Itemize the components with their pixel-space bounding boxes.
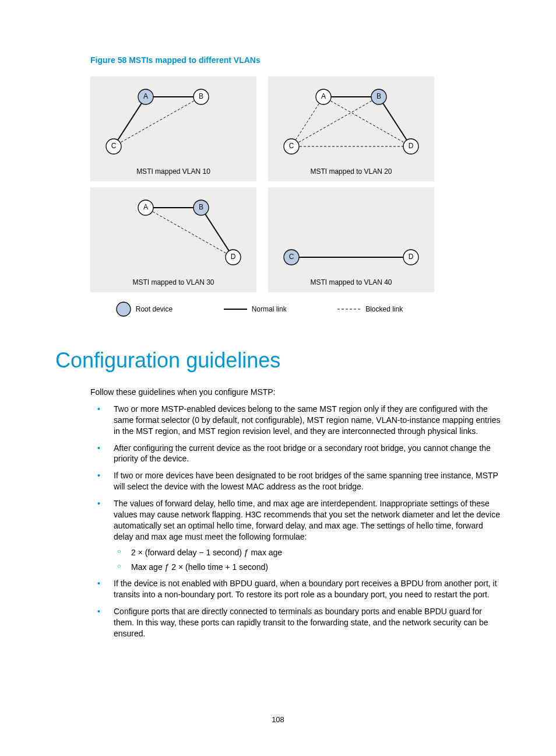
intro-text: Follow these guidelines when you configu… bbox=[90, 387, 501, 398]
blocked-link-icon bbox=[337, 306, 361, 312]
node-b-label: B bbox=[199, 203, 203, 211]
node-d-label: D bbox=[231, 253, 236, 261]
node-d-label: D bbox=[409, 142, 414, 150]
panel-vlan30: A B D MSTI mapped to VLAN 30 bbox=[90, 187, 256, 292]
list-item: If the device is not enabled with BPDU g… bbox=[90, 578, 501, 600]
section-heading: Configuration guidelines bbox=[55, 348, 501, 373]
panel-vlan10: A B C MSTI mapped VLAN 10 bbox=[90, 76, 256, 181]
node-c-label: C bbox=[289, 253, 294, 261]
list-item: After configuring the current device as … bbox=[90, 443, 501, 465]
panel-caption: MSTI mapped to VLAN 20 bbox=[268, 167, 434, 176]
svg-line-6 bbox=[379, 97, 411, 146]
panel-caption: MSTI mapped VLAN 10 bbox=[90, 167, 256, 176]
list-item-text: If the device is not enabled with BPDU g… bbox=[114, 579, 497, 599]
formula-list: 2 × (forward delay − 1 second) ƒ max age… bbox=[114, 547, 501, 573]
list-item-text: Two or more MSTP-enabled devices belong … bbox=[114, 404, 501, 436]
panel-caption: MSTI mapped to VLAN 30 bbox=[90, 278, 256, 286]
node-c-label: C bbox=[111, 142, 117, 150]
svg-line-4 bbox=[291, 97, 323, 146]
diagram-vlan20: A B C D bbox=[268, 76, 434, 181]
node-d-label: D bbox=[409, 253, 414, 261]
figure-caption: Figure 58 MSTIs mapped to different VLAN… bbox=[90, 55, 501, 65]
list-item: Two or more MSTP-enabled devices belong … bbox=[90, 404, 501, 437]
node-b-label: B bbox=[199, 92, 203, 100]
panel-vlan20: A B C D MSTI mapped to VLAN 20 bbox=[268, 76, 434, 181]
node-a-label: A bbox=[321, 92, 326, 100]
list-item-text: After configuring the current device as … bbox=[114, 443, 491, 464]
list-item-text: Configure ports that are directly connec… bbox=[114, 607, 488, 638]
node-a-label: A bbox=[143, 92, 148, 100]
legend-root: Root device bbox=[116, 302, 173, 317]
diagram-container: A B C MSTI mapped VLAN 10 A B bbox=[90, 76, 440, 319]
formula-text: 2 × (forward delay − 1 second) ƒ max age bbox=[131, 548, 282, 557]
svg-line-5 bbox=[291, 97, 379, 146]
guideline-list: Two or more MSTP-enabled devices belong … bbox=[90, 404, 501, 639]
svg-line-2 bbox=[114, 97, 201, 146]
list-item: The values of forward delay, hello time,… bbox=[90, 498, 501, 572]
legend-normal-label: Normal link bbox=[252, 305, 287, 313]
svg-line-1 bbox=[114, 97, 146, 146]
node-b-label: B bbox=[376, 92, 381, 100]
svg-line-10 bbox=[201, 208, 233, 257]
normal-link-icon bbox=[224, 306, 247, 312]
legend-blocked-label: Blocked link bbox=[365, 305, 403, 313]
panel-vlan40: C D MSTI mapped to VLAN 40 bbox=[268, 187, 434, 292]
legend-root-label: Root device bbox=[136, 305, 173, 313]
legend-blocked: Blocked link bbox=[337, 305, 403, 313]
svg-line-7 bbox=[323, 97, 411, 146]
svg-line-11 bbox=[146, 208, 233, 257]
diagram-grid: A B C MSTI mapped VLAN 10 A B bbox=[90, 76, 440, 292]
panel-caption: MSTI mapped to VLAN 40 bbox=[268, 278, 434, 286]
list-item: Configure ports that are directly connec… bbox=[90, 606, 501, 639]
list-item-text: If two or more devices have been designa… bbox=[114, 471, 498, 491]
svg-point-13 bbox=[117, 302, 131, 316]
formula-item: 2 × (forward delay − 1 second) ƒ max age bbox=[114, 547, 501, 558]
diagram-vlan40: C D bbox=[268, 187, 434, 292]
page-number: 108 bbox=[0, 715, 556, 724]
root-device-icon bbox=[116, 302, 131, 317]
legend: Root device Normal link Blocked link bbox=[90, 297, 428, 319]
diagram-vlan10: A B C bbox=[90, 76, 256, 181]
list-item-text: The values of forward delay, hello time,… bbox=[114, 499, 500, 541]
list-item: If two or more devices have been designa… bbox=[90, 470, 501, 492]
body-content: Follow these guidelines when you configu… bbox=[90, 387, 501, 639]
node-a-label: A bbox=[143, 203, 148, 211]
formula-text: Max age ƒ 2 × (hello time + 1 second) bbox=[131, 562, 268, 572]
diagram-vlan30: A B D bbox=[90, 187, 256, 292]
node-c-label: C bbox=[289, 142, 294, 150]
formula-item: Max age ƒ 2 × (hello time + 1 second) bbox=[114, 562, 501, 573]
legend-normal: Normal link bbox=[224, 305, 287, 313]
